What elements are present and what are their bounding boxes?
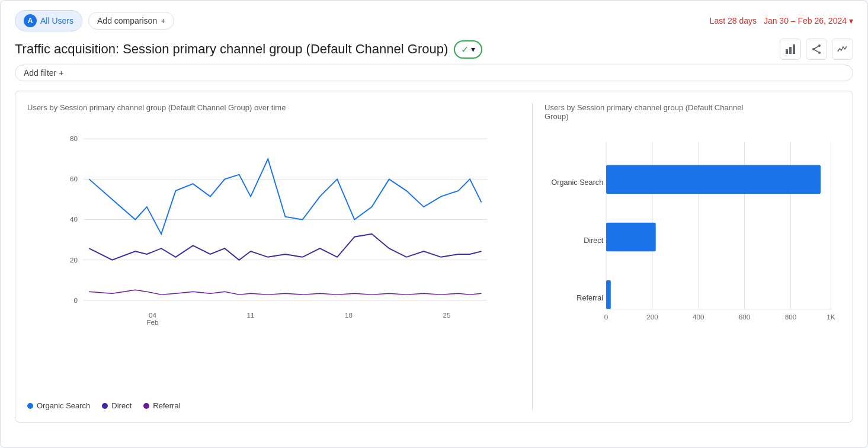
svg-text:200: 200 bbox=[646, 313, 658, 321]
add-comparison-label: Add comparison bbox=[97, 16, 157, 25]
share-icon-button[interactable] bbox=[806, 39, 827, 60]
check-icon: ✓ bbox=[461, 44, 469, 55]
svg-text:20: 20 bbox=[70, 256, 78, 264]
organic-search-legend-label: Organic Search bbox=[37, 401, 90, 410]
svg-text:400: 400 bbox=[693, 313, 704, 321]
all-users-chip[interactable]: A All Users bbox=[15, 10, 82, 31]
legend: Organic Search Direct Referral bbox=[27, 396, 520, 410]
bar-chart-section: Users by Session primary channel group (… bbox=[544, 103, 841, 410]
chart-icon bbox=[784, 43, 796, 55]
svg-text:1K: 1K bbox=[827, 313, 835, 321]
add-comparison-button[interactable]: Add comparison + bbox=[88, 12, 174, 30]
svg-rect-1 bbox=[789, 47, 792, 54]
top-left: A All Users Add comparison + bbox=[15, 10, 174, 31]
date-range-value: Jan 30 – Feb 26, 2024 bbox=[764, 16, 847, 25]
top-bar: A All Users Add comparison + Last 28 day… bbox=[15, 10, 853, 31]
svg-text:0: 0 bbox=[73, 296, 78, 304]
chart-divider bbox=[532, 103, 533, 410]
bar-chart-subtitle: Users by Session primary channel group (… bbox=[544, 103, 841, 121]
legend-item-direct: Direct bbox=[102, 401, 132, 410]
scatter-icon bbox=[837, 43, 848, 55]
add-filter-plus-icon: + bbox=[59, 68, 63, 78]
scatter-icon-button[interactable] bbox=[832, 39, 853, 60]
line-chart-section: Users by Session primary channel group (… bbox=[27, 103, 520, 410]
date-range[interactable]: Last 28 days Jan 30 – Feb 26, 2024 ▾ bbox=[710, 16, 853, 25]
svg-text:0: 0 bbox=[604, 313, 608, 321]
charts-container: Users by Session primary channel group (… bbox=[15, 91, 853, 423]
share-icon bbox=[811, 43, 822, 55]
svg-rect-0 bbox=[786, 49, 788, 54]
svg-line-7 bbox=[813, 49, 819, 53]
svg-rect-2 bbox=[793, 44, 795, 54]
organic-search-legend-dot bbox=[27, 403, 33, 409]
chevron-down-icon: ▾ bbox=[849, 16, 853, 25]
check-button[interactable]: ✓ ▾ bbox=[454, 40, 482, 59]
add-filter-button[interactable]: Add filter + bbox=[15, 65, 853, 81]
legend-item-referral: Referral bbox=[143, 401, 180, 410]
title-left: Traffic acquisition: Session primary cha… bbox=[15, 40, 482, 59]
chart-icon-button[interactable] bbox=[780, 39, 801, 60]
main-container: A All Users Add comparison + Last 28 day… bbox=[0, 0, 868, 448]
legend-item-organic-search: Organic Search bbox=[27, 401, 90, 410]
add-filter-label: Add filter bbox=[24, 68, 56, 78]
svg-line-6 bbox=[813, 46, 819, 49]
svg-text:40: 40 bbox=[70, 215, 78, 223]
line-chart-subtitle: Users by Session primary channel group (… bbox=[27, 103, 520, 112]
line-chart-svg: 80 60 40 20 0 04 Feb 11 18 25 bbox=[27, 121, 520, 341]
referral-legend-dot bbox=[143, 403, 149, 409]
bar-chart-svg: Organic Search Direct Referral 0 200 400… bbox=[544, 130, 841, 344]
svg-text:Direct: Direct bbox=[584, 236, 603, 245]
all-users-avatar: A bbox=[24, 14, 37, 27]
svg-text:11: 11 bbox=[247, 311, 255, 319]
svg-text:Organic Search: Organic Search bbox=[551, 178, 603, 187]
svg-rect-34 bbox=[606, 280, 611, 309]
page-title: Traffic acquisition: Session primary cha… bbox=[15, 41, 448, 57]
svg-text:600: 600 bbox=[739, 313, 751, 321]
line-chart-area: 80 60 40 20 0 04 Feb 11 18 25 bbox=[27, 121, 520, 391]
svg-text:Referral: Referral bbox=[576, 294, 603, 302]
chevron-down-icon-title: ▾ bbox=[471, 44, 475, 54]
title-actions bbox=[780, 39, 853, 60]
svg-text:800: 800 bbox=[785, 313, 797, 321]
referral-legend-label: Referral bbox=[153, 401, 180, 410]
svg-text:60: 60 bbox=[70, 175, 78, 183]
svg-text:18: 18 bbox=[345, 311, 353, 319]
all-users-label: All Users bbox=[40, 16, 73, 25]
svg-text:80: 80 bbox=[70, 135, 78, 142]
date-prefix: Last 28 days bbox=[710, 16, 757, 25]
svg-text:25: 25 bbox=[443, 311, 451, 319]
title-row: Traffic acquisition: Session primary cha… bbox=[15, 39, 853, 60]
svg-text:Feb: Feb bbox=[146, 318, 158, 326]
svg-rect-30 bbox=[606, 165, 821, 194]
svg-rect-32 bbox=[606, 223, 656, 252]
plus-icon: + bbox=[161, 16, 165, 25]
direct-legend-dot bbox=[102, 403, 108, 409]
direct-legend-label: Direct bbox=[111, 401, 132, 410]
